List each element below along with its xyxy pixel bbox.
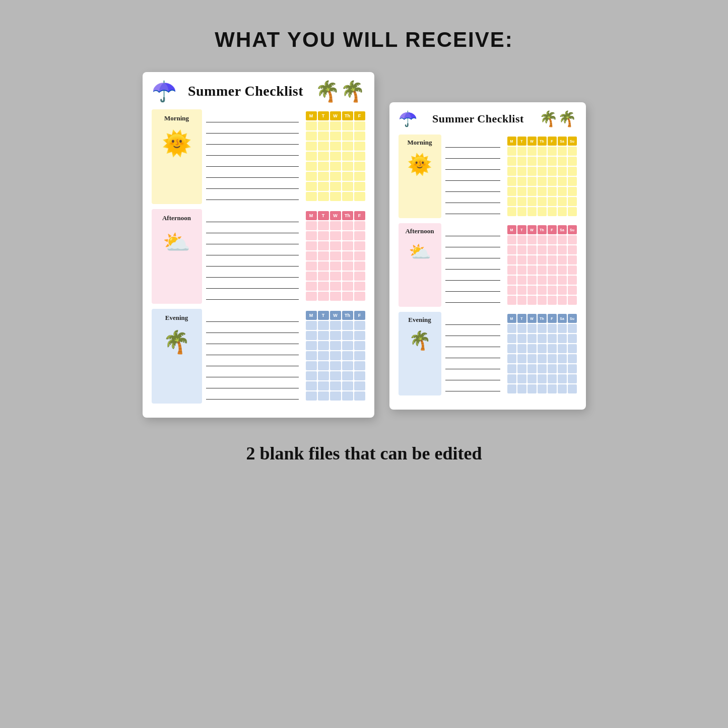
line	[206, 124, 299, 134]
card-header-right: ☂️ Summer Checklist 🌴🌴	[399, 111, 577, 126]
umbrella-icon: ☂️	[152, 81, 177, 101]
col-su: Su	[568, 314, 577, 323]
morning-label-right: Morning	[407, 139, 432, 147]
cloud-sun-icon-left: ⛅	[163, 229, 190, 255]
col-t: T	[517, 137, 526, 146]
evening-label-col-left: Evening 🌴	[152, 309, 202, 404]
col-f: F	[548, 225, 557, 234]
evening-grid-rows-right	[507, 324, 577, 393]
col-m: M	[306, 211, 317, 220]
afternoon-label-col-left: Afternoon ⛅	[152, 209, 202, 304]
line	[445, 382, 500, 391]
line	[206, 191, 299, 200]
line	[206, 246, 299, 255]
line	[206, 313, 299, 322]
col-th: Th	[342, 111, 353, 120]
col-m: M	[306, 311, 317, 320]
col-th: Th	[342, 211, 353, 220]
line	[445, 294, 500, 303]
cloud-sun-icon-right: ⛅	[409, 241, 431, 262]
evening-label-left: Evening	[165, 314, 188, 322]
col-t: T	[517, 314, 526, 323]
line	[206, 169, 299, 178]
morning-lines-right	[441, 135, 504, 218]
morning-grid-rows-right	[507, 147, 577, 216]
line	[445, 172, 500, 181]
col-th: Th	[538, 137, 547, 146]
morning-label-col-left: Morning 🌞	[152, 109, 202, 204]
col-t: T	[318, 211, 329, 220]
line	[445, 150, 500, 159]
col-f: F	[354, 211, 365, 220]
palm-trees-icon-right: 🌴🌴	[539, 111, 576, 126]
morning-grid-right: M T W Th F Sa Su	[504, 135, 577, 218]
line	[206, 357, 299, 366]
col-t: T	[517, 225, 526, 234]
afternoon-grid-rows-right	[507, 235, 577, 305]
evening-section-left: Evening 🌴 M T W	[152, 309, 365, 404]
afternoon-grid-header-left: M T W Th F	[306, 211, 365, 220]
col-f: F	[354, 111, 365, 120]
line	[445, 227, 500, 236]
col-f: F	[548, 137, 557, 146]
evening-content-left	[202, 309, 303, 404]
card-header-left: ☂️ Summer Checklist 🌴🌴	[152, 81, 365, 101]
col-w: W	[527, 137, 537, 146]
footer-text: 2 blank files that can be edited	[246, 443, 482, 464]
sun-icon-left: 🌞	[162, 129, 192, 158]
line	[206, 257, 299, 267]
col-m: M	[507, 225, 516, 234]
afternoon-label-right: Afternoon	[405, 227, 434, 235]
morning-lines-left	[202, 109, 303, 204]
line	[206, 136, 299, 145]
afternoon-content-left	[202, 209, 303, 304]
col-th: Th	[538, 314, 547, 323]
line	[445, 272, 500, 281]
afternoon-grid-right: M T W Th F Sa Su	[504, 223, 577, 307]
col-th: Th	[538, 225, 547, 234]
line	[206, 335, 299, 344]
line	[206, 224, 299, 233]
sunset-icon-right: 🌴	[409, 330, 431, 351]
col-w: W	[527, 225, 537, 234]
morning-grid-rows-left	[306, 121, 365, 201]
afternoon-lines-right	[441, 223, 504, 307]
line	[206, 280, 299, 289]
morning-section-right: Morning 🌞 M T W Th	[399, 135, 577, 218]
afternoon-section-left: Afternoon ⛅ M T W	[152, 209, 365, 304]
morning-grid-header-left: M T W Th F	[306, 111, 365, 120]
page-header-title: WHAT YOU WILL RECEIVE:	[215, 28, 513, 52]
col-m: M	[507, 314, 516, 323]
card-title-area-left: Summer Checklist	[188, 83, 303, 99]
line	[445, 194, 500, 203]
line	[445, 338, 500, 347]
card-title-left: Summer Checklist	[188, 83, 303, 99]
line	[445, 349, 500, 358]
palm-trees-icon-left: 🌴🌴	[315, 81, 365, 101]
afternoon-grid-left: M T W Th F	[303, 209, 365, 304]
afternoon-label-left: Afternoon	[162, 214, 191, 222]
line	[206, 346, 299, 355]
morning-section-left: Morning 🌞 M T W	[152, 109, 365, 204]
checklist-card-left: ☂️ Summer Checklist 🌴🌴 Morning 🌞	[143, 72, 374, 418]
col-t: T	[318, 111, 329, 120]
col-f: F	[354, 311, 365, 320]
col-m: M	[507, 137, 516, 146]
morning-grid-left: M T W Th F	[303, 109, 365, 204]
col-sa: Sa	[558, 137, 567, 146]
evening-content-right	[441, 312, 504, 395]
line	[445, 205, 500, 214]
afternoon-lines-left	[202, 209, 303, 304]
col-su: Su	[568, 225, 577, 234]
col-th: Th	[342, 311, 353, 320]
line	[206, 158, 299, 167]
line	[206, 213, 299, 222]
line	[206, 324, 299, 333]
line	[445, 283, 500, 292]
evening-lines-right	[441, 312, 504, 395]
evening-label-right: Evening	[408, 316, 431, 324]
morning-content-right	[441, 135, 504, 218]
line	[206, 368, 299, 377]
line	[206, 379, 299, 388]
umbrella-icon-right: ☂️	[399, 111, 417, 126]
